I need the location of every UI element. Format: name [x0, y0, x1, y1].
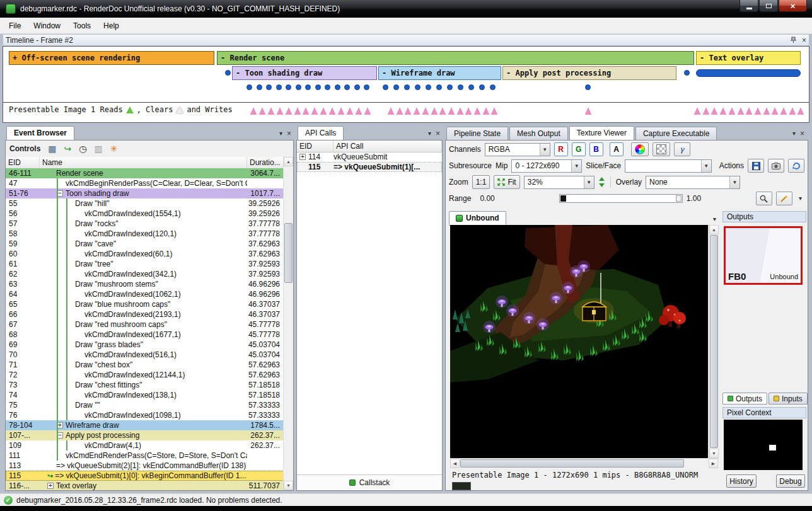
- open-texture-list-button[interactable]: [768, 159, 784, 173]
- event-row[interactable]: 111vkCmdEndRenderPass(C=Store, D=Store, …: [6, 451, 284, 461]
- overflow-chevron-icon[interactable]: ▾: [799, 195, 802, 202]
- tab-event-browser[interactable]: Event Browser: [6, 126, 74, 140]
- event-row[interactable]: 76vkCmdDrawIndexed(1098,1)57.33333: [6, 410, 284, 420]
- pixel-context-view[interactable]: [724, 420, 803, 470]
- range-slider[interactable]: [559, 194, 683, 203]
- column-name[interactable]: Name: [40, 157, 247, 168]
- timeline-canvas[interactable]: Presentable Image 1 Reads , Clears and W…: [3, 46, 809, 123]
- flip-y-icon[interactable]: [598, 177, 605, 187]
- tab-capture-executable[interactable]: Capture Executable: [635, 127, 717, 140]
- chevron-down-icon[interactable]: ▾: [713, 216, 716, 225]
- close-icon[interactable]: ×: [800, 130, 804, 137]
- event-row[interactable]: 63Draw "mushroom stems"46.96296: [6, 279, 284, 289]
- statistics-icon[interactable]: ▥: [95, 144, 103, 153]
- autofit-range-button[interactable]: [776, 192, 792, 205]
- channel-blue-button[interactable]: B: [589, 142, 603, 156]
- timeline-bar[interactable]: - Text overlay: [696, 51, 801, 65]
- slice-face-dropdown[interactable]: ▼: [625, 159, 711, 173]
- pin-icon[interactable]: [790, 37, 797, 43]
- gamma-button[interactable]: γ: [674, 142, 690, 156]
- event-browser-scrollbar[interactable]: ▲ ▼: [283, 157, 293, 490]
- event-row[interactable]: 60vkCmdDrawIndexed(60,1)37.62963: [6, 249, 284, 259]
- event-browser-column-headers[interactable]: EID Name Duratio...: [6, 157, 284, 169]
- texture-vertical-scrollbar[interactable]: ▲ ▼: [709, 225, 719, 458]
- alpha-background-button[interactable]: [652, 142, 670, 156]
- timeline-bar[interactable]: - Wireframe draw: [378, 66, 501, 80]
- event-row[interactable]: 67Draw "red mushroom caps"45.77778: [6, 319, 284, 330]
- time-durations-icon[interactable]: ◷: [79, 144, 86, 153]
- column-eid[interactable]: EID: [297, 141, 334, 152]
- range-visualize-button[interactable]: [631, 142, 649, 156]
- event-row[interactable]: 62vkCmdDrawIndexed(342,1)37.92593: [6, 269, 284, 279]
- api-call-row[interactable]: 115=> vkQueueSubmit(1)[...: [297, 162, 442, 172]
- title-bar[interactable]: debugmarker.rdc - RenderDoc Unofficial r…: [0, 0, 812, 18]
- texture-viewport[interactable]: [450, 225, 708, 458]
- close-icon[interactable]: ×: [802, 37, 806, 44]
- event-row[interactable]: 64vkCmdDrawIndexed(1062,1)46.96296: [6, 289, 284, 299]
- event-row[interactable]: 55Draw "hill"39.25926: [6, 198, 284, 209]
- event-row[interactable]: 115↪=> vkQueueSubmit(1)[0]: vkBeginComma…: [6, 471, 284, 481]
- chevron-down-icon[interactable]: ▾: [279, 130, 282, 137]
- tab-pipeline-state[interactable]: Pipeline State: [446, 127, 508, 140]
- scrollbar-thumb[interactable]: [460, 459, 684, 468]
- close-button[interactable]: ×: [779, 0, 807, 12]
- event-row[interactable]: 59Draw "cave"37.62963: [6, 239, 284, 249]
- timeline-bar[interactable]: + Off-screen scene rendering: [9, 51, 214, 65]
- scroll-up-icon[interactable]: ▲: [284, 157, 293, 166]
- event-row[interactable]: 75Draw ""57.33333: [6, 400, 284, 410]
- event-row[interactable]: 58vkCmdDrawIndexed(120,1)37.77778: [6, 229, 284, 239]
- menu-item-tools[interactable]: Tools: [67, 19, 97, 33]
- menu-item-help[interactable]: Help: [97, 19, 125, 33]
- find-event-icon[interactable]: ▦: [48, 144, 56, 153]
- event-row[interactable]: 70vkCmdDrawIndexed(516,1)45.03704: [6, 350, 284, 360]
- timeline-bar[interactable]: - Toon shading draw: [232, 66, 377, 80]
- event-row[interactable]: 47vkCmdBeginRenderPass(C=Clear, D=Clear,…: [6, 178, 284, 188]
- history-button[interactable]: History: [726, 474, 757, 488]
- channels-dropdown[interactable]: RGBA ▼: [485, 143, 550, 156]
- channel-green-button[interactable]: G: [572, 142, 586, 156]
- jump-to-eid-icon[interactable]: ↪: [64, 144, 72, 153]
- debug-button[interactable]: Debug: [776, 474, 805, 488]
- close-icon[interactable]: ×: [287, 130, 291, 137]
- event-row[interactable]: 73Draw "chest fittings"57.18518: [6, 380, 284, 390]
- api-calls-column-headers[interactable]: EID API Call: [297, 141, 442, 152]
- chevron-down-icon[interactable]: ▾: [428, 130, 431, 137]
- menu-item-window[interactable]: Window: [27, 19, 67, 33]
- scroll-down-icon[interactable]: ▼: [284, 481, 293, 490]
- channel-red-button[interactable]: R: [554, 142, 568, 156]
- range-max-value[interactable]: 1.00: [687, 194, 701, 203]
- tab-inputs[interactable]: Inputs: [768, 393, 808, 405]
- event-row[interactable]: 107-...−Apply post processing262.37...: [6, 430, 284, 440]
- scroll-left-icon[interactable]: ◀: [450, 459, 460, 468]
- column-api-call[interactable]: API Call: [334, 141, 442, 152]
- save-texture-button[interactable]: [748, 159, 764, 173]
- api-call-row[interactable]: +114vkQueueSubmit: [297, 152, 442, 162]
- column-eid[interactable]: EID: [6, 157, 40, 168]
- event-row[interactable]: 113=> vkQueueSubmit(2)[1]: vkEndCommandB…: [6, 461, 284, 471]
- channel-alpha-button[interactable]: A: [610, 142, 624, 156]
- zoom-percent-combo[interactable]: 32% ▼: [524, 176, 594, 189]
- tab-texture-viewer[interactable]: Texture Viewer: [569, 126, 634, 140]
- event-row[interactable]: 51-76−Toon shading draw1017.7...: [6, 188, 284, 198]
- scrollbar-thumb[interactable]: [284, 223, 293, 283]
- column-duration[interactable]: Duratio...: [247, 157, 284, 168]
- scroll-down-icon[interactable]: ▼: [709, 449, 719, 458]
- texture-tab-unbound[interactable]: Unbound: [449, 211, 506, 225]
- expand-icon[interactable]: +: [47, 483, 54, 489]
- event-row[interactable]: 69Draw "grass blades"45.03704: [6, 340, 284, 350]
- expand-icon[interactable]: +: [299, 154, 306, 160]
- event-row[interactable]: 71Draw "chest box"57.62963: [6, 360, 284, 370]
- timeline-bar[interactable]: - Apply post processing: [502, 66, 676, 80]
- scrollbar-thumb[interactable]: [710, 235, 718, 448]
- range-handle-black[interactable]: [560, 195, 566, 202]
- range-handle-white[interactable]: [676, 195, 682, 202]
- maximize-button[interactable]: [759, 0, 778, 12]
- scroll-right-icon[interactable]: ▶: [709, 459, 718, 468]
- fit-button[interactable]: Fit: [494, 175, 519, 189]
- timeline-bar[interactable]: - Render scene: [217, 51, 694, 65]
- event-row[interactable]: 61Draw "tree"37.92593: [6, 259, 284, 269]
- event-row[interactable]: 46-111Render scene3064.7...: [6, 168, 284, 178]
- minimize-button[interactable]: [740, 0, 758, 12]
- refresh-button[interactable]: [788, 159, 804, 173]
- event-row[interactable]: 78-104+Wireframe draw1784.5...: [6, 420, 284, 430]
